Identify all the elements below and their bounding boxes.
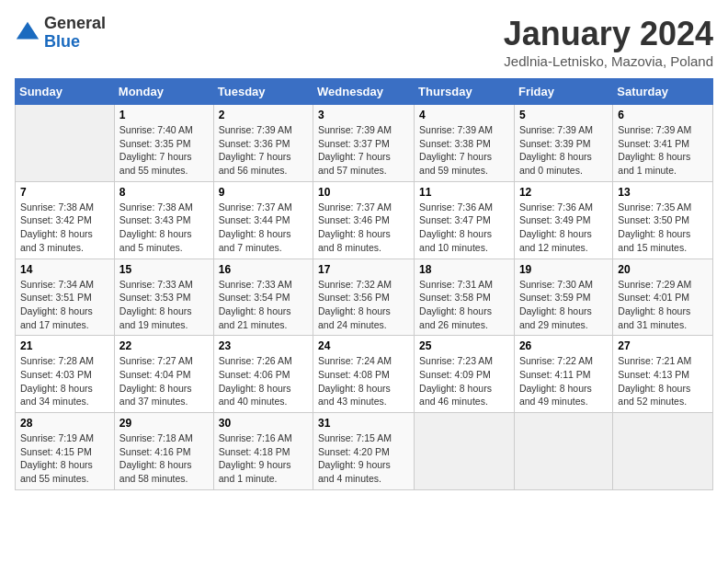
col-header-saturday: Saturday [613, 79, 713, 105]
cell-info: Sunrise: 7:19 AMSunset: 4:15 PMDaylight:… [20, 431, 109, 486]
day-number: 13 [618, 186, 708, 199]
cell-info: Sunrise: 7:37 AMSunset: 3:46 PMDaylight:… [318, 201, 409, 255]
cell-info: Sunrise: 7:31 AMSunset: 3:58 PMDaylight:… [419, 278, 509, 332]
calendar-cell: 20Sunrise: 7:29 AMSunset: 4:01 PMDayligh… [613, 259, 713, 336]
calendar-cell: 23Sunrise: 7:26 AMSunset: 4:06 PMDayligh… [213, 336, 313, 413]
day-number: 5 [519, 109, 608, 121]
day-number: 28 [20, 417, 109, 430]
day-number: 30 [219, 417, 308, 430]
calendar-cell: 27Sunrise: 7:21 AMSunset: 4:13 PMDayligh… [613, 336, 713, 413]
day-number: 9 [219, 186, 308, 199]
col-header-friday: Friday [514, 79, 612, 105]
day-number: 11 [419, 186, 509, 199]
cell-info: Sunrise: 7:34 AMSunset: 3:51 PMDaylight:… [20, 278, 109, 332]
title-area: January 2024 Jedlnia-Letnisko, Mazovia, … [504, 15, 713, 69]
week-row-2: 7Sunrise: 7:38 AMSunset: 3:42 PMDaylight… [16, 181, 713, 259]
cell-info: Sunrise: 7:39 AMSunset: 3:38 PMDaylight:… [419, 123, 509, 178]
day-number: 7 [20, 186, 109, 199]
cell-info: Sunrise: 7:36 AMSunset: 3:47 PMDaylight:… [419, 201, 509, 255]
day-number: 24 [318, 339, 409, 352]
calendar-cell: 30Sunrise: 7:16 AMSunset: 4:18 PMDayligh… [213, 413, 313, 490]
week-row-1: 1Sunrise: 7:40 AMSunset: 3:35 PMDaylight… [16, 105, 713, 182]
logo-icon [15, 20, 40, 46]
cell-info: Sunrise: 7:40 AMSunset: 3:35 PMDaylight:… [119, 123, 209, 178]
calendar-cell: 15Sunrise: 7:33 AMSunset: 3:53 PMDayligh… [114, 259, 213, 336]
cell-info: Sunrise: 7:39 AMSunset: 3:36 PMDaylight:… [219, 123, 308, 178]
calendar-cell: 31Sunrise: 7:15 AMSunset: 4:20 PMDayligh… [313, 413, 415, 490]
calendar-cell: 18Sunrise: 7:31 AMSunset: 3:58 PMDayligh… [415, 259, 515, 336]
day-number: 2 [219, 109, 308, 121]
day-number: 4 [419, 109, 509, 121]
col-header-monday: Monday [114, 79, 213, 105]
day-number: 15 [119, 263, 209, 276]
day-number: 21 [20, 339, 109, 352]
col-header-tuesday: Tuesday [213, 79, 313, 105]
day-number: 26 [519, 339, 608, 352]
calendar-cell: 19Sunrise: 7:30 AMSunset: 3:59 PMDayligh… [514, 259, 612, 336]
day-number: 16 [219, 263, 308, 276]
day-number: 25 [419, 339, 509, 352]
calendar-cell: 12Sunrise: 7:36 AMSunset: 3:49 PMDayligh… [514, 181, 612, 259]
logo: General Blue [15, 15, 106, 52]
cell-info: Sunrise: 7:15 AMSunset: 4:20 PMDaylight:… [318, 431, 409, 486]
cell-info: Sunrise: 7:39 AMSunset: 3:41 PMDaylight:… [618, 123, 708, 178]
cell-info: Sunrise: 7:18 AMSunset: 4:16 PMDaylight:… [119, 431, 209, 486]
cell-info: Sunrise: 7:38 AMSunset: 3:43 PMDaylight:… [119, 201, 209, 255]
calendar-cell: 4Sunrise: 7:39 AMSunset: 3:38 PMDaylight… [415, 105, 515, 182]
header-row: SundayMondayTuesdayWednesdayThursdayFrid… [16, 79, 713, 105]
day-number: 6 [618, 109, 708, 121]
calendar-cell: 7Sunrise: 7:38 AMSunset: 3:42 PMDaylight… [16, 181, 115, 259]
logo-text: General Blue [44, 15, 106, 52]
cell-info: Sunrise: 7:35 AMSunset: 3:50 PMDaylight:… [618, 201, 708, 255]
cell-info: Sunrise: 7:26 AMSunset: 4:06 PMDaylight:… [219, 354, 308, 408]
calendar-cell: 28Sunrise: 7:19 AMSunset: 4:15 PMDayligh… [16, 413, 115, 490]
calendar-cell: 21Sunrise: 7:28 AMSunset: 4:03 PMDayligh… [16, 336, 115, 413]
calendar-cell: 16Sunrise: 7:33 AMSunset: 3:54 PMDayligh… [213, 259, 313, 336]
month-title: January 2024 [504, 15, 713, 53]
day-number: 19 [519, 263, 608, 276]
calendar-cell: 29Sunrise: 7:18 AMSunset: 4:16 PMDayligh… [114, 413, 213, 490]
day-number: 3 [318, 109, 409, 121]
day-number: 1 [119, 109, 209, 121]
calendar-cell: 24Sunrise: 7:24 AMSunset: 4:08 PMDayligh… [313, 336, 415, 413]
logo-blue-text: Blue [44, 33, 106, 52]
col-header-wednesday: Wednesday [313, 79, 415, 105]
cell-info: Sunrise: 7:21 AMSunset: 4:13 PMDaylight:… [618, 354, 708, 408]
week-row-3: 14Sunrise: 7:34 AMSunset: 3:51 PMDayligh… [16, 259, 713, 336]
calendar-cell: 5Sunrise: 7:39 AMSunset: 3:39 PMDaylight… [514, 105, 612, 182]
col-header-sunday: Sunday [16, 79, 115, 105]
calendar-cell: 17Sunrise: 7:32 AMSunset: 3:56 PMDayligh… [313, 259, 415, 336]
cell-info: Sunrise: 7:24 AMSunset: 4:08 PMDaylight:… [318, 354, 409, 408]
calendar-cell: 6Sunrise: 7:39 AMSunset: 3:41 PMDaylight… [613, 105, 713, 182]
cell-info: Sunrise: 7:32 AMSunset: 3:56 PMDaylight:… [318, 278, 409, 332]
calendar-cell [613, 413, 713, 490]
cell-info: Sunrise: 7:38 AMSunset: 3:42 PMDaylight:… [20, 201, 109, 255]
day-number: 23 [219, 339, 308, 352]
cell-info: Sunrise: 7:33 AMSunset: 3:54 PMDaylight:… [219, 278, 308, 332]
col-header-thursday: Thursday [415, 79, 515, 105]
calendar-cell: 14Sunrise: 7:34 AMSunset: 3:51 PMDayligh… [16, 259, 115, 336]
cell-info: Sunrise: 7:16 AMSunset: 4:18 PMDaylight:… [219, 431, 308, 486]
cell-info: Sunrise: 7:23 AMSunset: 4:09 PMDaylight:… [419, 354, 509, 408]
cell-info: Sunrise: 7:39 AMSunset: 3:37 PMDaylight:… [318, 123, 409, 178]
svg-marker-0 [17, 22, 39, 40]
calendar-cell: 25Sunrise: 7:23 AMSunset: 4:09 PMDayligh… [415, 336, 515, 413]
cell-info: Sunrise: 7:22 AMSunset: 4:11 PMDaylight:… [519, 354, 608, 408]
calendar-cell: 8Sunrise: 7:38 AMSunset: 3:43 PMDaylight… [114, 181, 213, 259]
cell-info: Sunrise: 7:29 AMSunset: 4:01 PMDaylight:… [618, 278, 708, 332]
day-number: 8 [119, 186, 209, 199]
week-row-5: 28Sunrise: 7:19 AMSunset: 4:15 PMDayligh… [16, 413, 713, 490]
calendar-table: SundayMondayTuesdayWednesdayThursdayFrid… [15, 78, 713, 490]
day-number: 14 [20, 263, 109, 276]
day-number: 18 [419, 263, 509, 276]
calendar-cell: 11Sunrise: 7:36 AMSunset: 3:47 PMDayligh… [415, 181, 515, 259]
week-row-4: 21Sunrise: 7:28 AMSunset: 4:03 PMDayligh… [16, 336, 713, 413]
day-number: 10 [318, 186, 409, 199]
location-subtitle: Jedlnia-Letnisko, Mazovia, Poland [504, 53, 713, 69]
calendar-cell: 2Sunrise: 7:39 AMSunset: 3:36 PMDaylight… [213, 105, 313, 182]
calendar-cell: 22Sunrise: 7:27 AMSunset: 4:04 PMDayligh… [114, 336, 213, 413]
calendar-cell: 10Sunrise: 7:37 AMSunset: 3:46 PMDayligh… [313, 181, 415, 259]
calendar-cell: 1Sunrise: 7:40 AMSunset: 3:35 PMDaylight… [114, 105, 213, 182]
cell-info: Sunrise: 7:33 AMSunset: 3:53 PMDaylight:… [119, 278, 209, 332]
calendar-cell [16, 105, 115, 182]
